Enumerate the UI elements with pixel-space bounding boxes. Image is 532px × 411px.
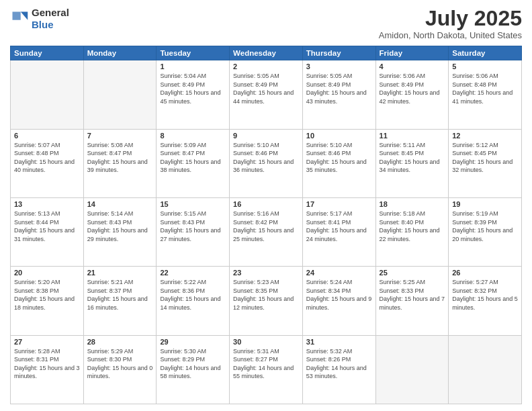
day-info: Sunrise: 5:07 AMSunset: 8:48 PMDaylight:… [14, 141, 80, 175]
calendar-cell: 1Sunrise: 5:04 AMSunset: 8:49 PMDaylight… [157, 60, 230, 129]
calendar-cell: 7Sunrise: 5:08 AMSunset: 8:47 PMDaylight… [83, 129, 157, 197]
day-info: Sunrise: 5:22 AMSunset: 8:36 PMDaylight:… [160, 278, 226, 312]
calendar-cell: 26Sunrise: 5:27 AMSunset: 8:32 PMDayligh… [449, 267, 522, 335]
calendar-cell: 3Sunrise: 5:05 AMSunset: 8:49 PMDaylight… [302, 60, 375, 129]
logo-icon [10, 9, 29, 28]
calendar-cell: 12Sunrise: 5:12 AMSunset: 8:45 PMDayligh… [449, 129, 522, 197]
day-header-monday: Monday [83, 46, 157, 60]
day-number: 10 [306, 132, 372, 140]
day-info: Sunrise: 5:20 AMSunset: 8:38 PMDaylight:… [14, 278, 80, 312]
calendar-cell: 31Sunrise: 5:32 AMSunset: 8:26 PMDayligh… [302, 335, 375, 404]
day-number: 21 [87, 269, 153, 277]
day-number: 13 [14, 200, 80, 208]
calendar-cell: 25Sunrise: 5:25 AMSunset: 8:33 PMDayligh… [375, 267, 449, 335]
svg-rect-1 [13, 12, 21, 20]
day-number: 15 [160, 200, 226, 208]
calendar-week-4: 20Sunrise: 5:20 AMSunset: 8:38 PMDayligh… [11, 267, 522, 335]
calendar-cell: 21Sunrise: 5:21 AMSunset: 8:37 PMDayligh… [83, 267, 157, 335]
day-info: Sunrise: 5:15 AMSunset: 8:43 PMDaylight:… [160, 210, 226, 243]
day-number: 20 [14, 269, 80, 277]
day-number: 4 [380, 62, 445, 71]
calendar-cell: 4Sunrise: 5:06 AMSunset: 8:49 PMDaylight… [375, 60, 449, 129]
day-number: 6 [14, 132, 80, 140]
calendar-cell: 10Sunrise: 5:10 AMSunset: 8:46 PMDayligh… [302, 129, 375, 197]
calendar-cell: 15Sunrise: 5:15 AMSunset: 8:43 PMDayligh… [157, 197, 230, 266]
header: General Blue July 2025 Amidon, North Dak… [10, 7, 522, 40]
location: Amidon, North Dakota, United States [379, 30, 522, 40]
day-info: Sunrise: 5:19 AMSunset: 8:39 PMDaylight:… [452, 210, 518, 243]
day-number: 16 [233, 200, 299, 208]
day-header-thursday: Thursday [302, 46, 375, 60]
calendar-week-5: 27Sunrise: 5:28 AMSunset: 8:31 PMDayligh… [11, 335, 522, 404]
calendar-cell: 28Sunrise: 5:29 AMSunset: 8:30 PMDayligh… [83, 335, 157, 404]
calendar-header-row: SundayMondayTuesdayWednesdayThursdayFrid… [11, 46, 522, 60]
day-number: 22 [160, 269, 226, 277]
day-info: Sunrise: 5:10 AMSunset: 8:46 PMDaylight:… [233, 141, 299, 175]
calendar-cell: 6Sunrise: 5:07 AMSunset: 8:48 PMDaylight… [11, 129, 84, 197]
calendar-week-1: 1Sunrise: 5:04 AMSunset: 8:49 PMDaylight… [11, 60, 522, 129]
day-number: 1 [160, 62, 226, 71]
calendar-cell: 20Sunrise: 5:20 AMSunset: 8:38 PMDayligh… [11, 267, 84, 335]
day-number: 9 [233, 132, 299, 140]
svg-marker-0 [21, 12, 28, 20]
calendar-week-2: 6Sunrise: 5:07 AMSunset: 8:48 PMDaylight… [11, 129, 522, 197]
day-info: Sunrise: 5:27 AMSunset: 8:32 PMDaylight:… [452, 278, 518, 312]
day-number: 26 [452, 269, 518, 277]
logo: General Blue [10, 7, 69, 31]
day-info: Sunrise: 5:11 AMSunset: 8:45 PMDaylight:… [380, 141, 445, 175]
day-header-wednesday: Wednesday [230, 46, 303, 60]
calendar-cell: 11Sunrise: 5:11 AMSunset: 8:45 PMDayligh… [375, 129, 449, 197]
day-number: 2 [233, 62, 299, 71]
day-number: 3 [306, 62, 372, 71]
day-number: 30 [233, 338, 299, 346]
day-number: 27 [14, 338, 80, 346]
day-number: 8 [160, 132, 226, 140]
day-info: Sunrise: 5:05 AMSunset: 8:49 PMDaylight:… [306, 72, 372, 105]
day-info: Sunrise: 5:18 AMSunset: 8:40 PMDaylight:… [380, 210, 445, 243]
calendar-cell: 18Sunrise: 5:18 AMSunset: 8:40 PMDayligh… [375, 197, 449, 266]
day-number: 23 [233, 269, 299, 277]
calendar-table: SundayMondayTuesdayWednesdayThursdayFrid… [10, 46, 522, 404]
calendar-cell: 16Sunrise: 5:16 AMSunset: 8:42 PMDayligh… [230, 197, 303, 266]
day-header-tuesday: Tuesday [157, 46, 230, 60]
day-info: Sunrise: 5:08 AMSunset: 8:47 PMDaylight:… [87, 141, 153, 175]
calendar-cell: 19Sunrise: 5:19 AMSunset: 8:39 PMDayligh… [449, 197, 522, 266]
calendar-cell [449, 335, 522, 404]
calendar-cell [83, 60, 157, 129]
calendar-cell: 8Sunrise: 5:09 AMSunset: 8:47 PMDaylight… [157, 129, 230, 197]
page: General Blue July 2025 Amidon, North Dak… [0, 0, 532, 411]
calendar-cell [375, 335, 449, 404]
title-block: July 2025 Amidon, North Dakota, United S… [379, 7, 522, 40]
day-info: Sunrise: 5:06 AMSunset: 8:48 PMDaylight:… [452, 72, 518, 105]
day-info: Sunrise: 5:04 AMSunset: 8:49 PMDaylight:… [160, 72, 226, 105]
calendar-cell: 24Sunrise: 5:24 AMSunset: 8:34 PMDayligh… [302, 267, 375, 335]
logo-general: General [32, 7, 69, 18]
calendar-cell: 29Sunrise: 5:30 AMSunset: 8:29 PMDayligh… [157, 335, 230, 404]
calendar-cell: 17Sunrise: 5:17 AMSunset: 8:41 PMDayligh… [302, 197, 375, 266]
day-header-sunday: Sunday [11, 46, 84, 60]
day-info: Sunrise: 5:25 AMSunset: 8:33 PMDaylight:… [380, 278, 445, 312]
calendar-cell: 13Sunrise: 5:13 AMSunset: 8:44 PMDayligh… [11, 197, 84, 266]
day-info: Sunrise: 5:23 AMSunset: 8:35 PMDaylight:… [233, 278, 299, 312]
day-info: Sunrise: 5:32 AMSunset: 8:26 PMDaylight:… [306, 347, 372, 381]
day-info: Sunrise: 5:05 AMSunset: 8:49 PMDaylight:… [233, 72, 299, 105]
day-info: Sunrise: 5:13 AMSunset: 8:44 PMDaylight:… [14, 210, 80, 243]
day-number: 25 [380, 269, 445, 277]
day-info: Sunrise: 5:24 AMSunset: 8:34 PMDaylight:… [306, 278, 372, 312]
month-year: July 2025 [379, 7, 522, 30]
day-number: 29 [160, 338, 226, 346]
day-info: Sunrise: 5:09 AMSunset: 8:47 PMDaylight:… [160, 141, 226, 175]
day-number: 19 [452, 200, 518, 208]
day-info: Sunrise: 5:12 AMSunset: 8:45 PMDaylight:… [452, 141, 518, 175]
day-info: Sunrise: 5:21 AMSunset: 8:37 PMDaylight:… [87, 278, 153, 312]
day-info: Sunrise: 5:17 AMSunset: 8:41 PMDaylight:… [306, 210, 372, 243]
day-info: Sunrise: 5:29 AMSunset: 8:30 PMDaylight:… [87, 347, 153, 381]
day-number: 12 [452, 132, 518, 140]
day-info: Sunrise: 5:10 AMSunset: 8:46 PMDaylight:… [306, 141, 372, 175]
day-header-friday: Friday [375, 46, 449, 60]
calendar-week-3: 13Sunrise: 5:13 AMSunset: 8:44 PMDayligh… [11, 197, 522, 266]
calendar-cell: 14Sunrise: 5:14 AMSunset: 8:43 PMDayligh… [83, 197, 157, 266]
day-number: 14 [87, 200, 153, 208]
day-number: 18 [380, 200, 445, 208]
day-info: Sunrise: 5:06 AMSunset: 8:49 PMDaylight:… [380, 72, 445, 105]
